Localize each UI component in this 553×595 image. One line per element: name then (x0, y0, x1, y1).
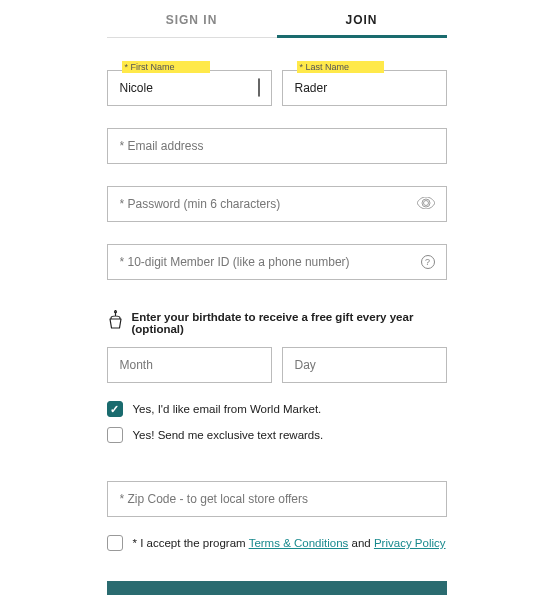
help-icon[interactable]: ? (421, 255, 435, 269)
tab-join[interactable]: JOIN (277, 5, 447, 38)
opt-text-row: Yes! Send me exclusive text rewards. (107, 427, 447, 443)
email-field (107, 128, 447, 164)
last-name-label: * Last Name (294, 62, 388, 72)
password-field (107, 186, 447, 222)
birthday-prompt: Enter your birthdate to receive a free g… (107, 310, 447, 335)
tabs: SIGN IN JOIN (107, 5, 447, 38)
first-name-field: * First Name (107, 70, 272, 106)
terms-link[interactable]: Terms & Conditions (249, 537, 349, 549)
join-now-button[interactable]: JOIN NOW (107, 581, 447, 595)
member-id-field: ? (107, 244, 447, 280)
opt-text-checkbox[interactable] (107, 427, 123, 443)
zip-field (107, 481, 447, 517)
eye-icon[interactable] (417, 195, 435, 213)
tab-signin[interactable]: SIGN IN (107, 5, 277, 38)
member-id-input[interactable] (107, 244, 447, 280)
terms-row: * I accept the program Terms & Condition… (107, 535, 447, 551)
terms-checkbox[interactable] (107, 535, 123, 551)
contacts-icon (258, 79, 260, 97)
join-form: SIGN IN JOIN * First Name * Last Name ? … (107, 0, 447, 595)
terms-label: * I accept the program Terms & Condition… (133, 537, 446, 549)
birthday-row (107, 347, 447, 383)
privacy-link[interactable]: Privacy Policy (374, 537, 446, 549)
zip-input[interactable] (107, 481, 447, 517)
month-input[interactable] (107, 347, 272, 383)
cupcake-icon (107, 310, 124, 335)
terms-prefix: * I accept the program (133, 537, 249, 549)
first-name-label: * First Name (119, 62, 213, 72)
last-name-input[interactable] (282, 70, 447, 106)
opt-text-label: Yes! Send me exclusive text rewards. (133, 429, 324, 441)
terms-and: and (348, 537, 374, 549)
opt-email-label: Yes, I'd like email from World Market. (133, 403, 322, 415)
opt-email-row: Yes, I'd like email from World Market. (107, 401, 447, 417)
birthday-text: Enter your birthdate to receive a free g… (132, 311, 447, 335)
day-input[interactable] (282, 347, 447, 383)
name-row: * First Name * Last Name (107, 70, 447, 106)
password-input[interactable] (107, 186, 447, 222)
email-input[interactable] (107, 128, 447, 164)
last-name-field: * Last Name (282, 70, 447, 106)
opt-email-checkbox[interactable] (107, 401, 123, 417)
first-name-input[interactable] (107, 70, 272, 106)
